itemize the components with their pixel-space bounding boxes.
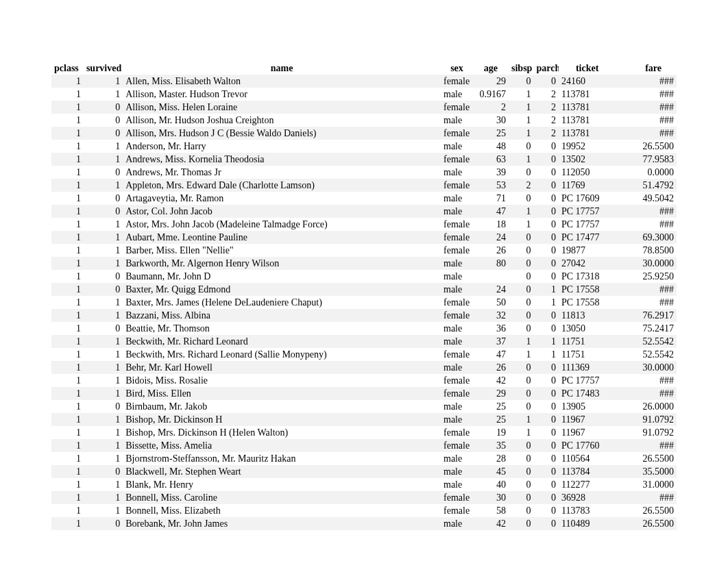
cell-sibsp: 0 — [509, 231, 533, 244]
cell-pclass: 1 — [51, 88, 84, 101]
cell-parch: 0 — [533, 413, 558, 426]
cell-sex: female — [441, 179, 473, 192]
cell-ticket: PC 17318 — [559, 270, 616, 283]
cell-sibsp: 0 — [509, 322, 533, 335]
cell-fare: 75.2417 — [630, 322, 677, 335]
cell-age: 71 — [473, 192, 509, 205]
cell-pclass: 1 — [51, 322, 84, 335]
cell-pclass: 1 — [51, 114, 84, 127]
cell-age: 25 — [473, 127, 509, 140]
cell-name: Anderson, Mr. Harry — [123, 140, 441, 153]
cell-age: 63 — [473, 153, 509, 166]
cell-age: 18 — [473, 218, 509, 231]
cell-name: Andrews, Miss. Kornelia Theodosia — [123, 153, 441, 166]
cell-sibsp: 1 — [509, 205, 533, 218]
cell-age: 32 — [473, 309, 509, 322]
cell-name: Blank, Mr. Henry — [123, 478, 441, 491]
cell-pclass: 1 — [51, 465, 84, 478]
cell-age: 29 — [473, 387, 509, 400]
cell-pclass: 1 — [51, 166, 84, 179]
cell-sex: female — [441, 244, 473, 257]
cell-name: Appleton, Mrs. Edward Dale (Charlotte La… — [123, 179, 441, 192]
cell-ticket: PC 17757 — [559, 205, 616, 218]
cell-fare: ### — [630, 374, 677, 387]
cell-ticket: 110489 — [559, 517, 616, 530]
cell-name: Aubart, Mme. Leontine Pauline — [123, 231, 441, 244]
cell-fare: ### — [630, 439, 677, 452]
cell-sex: female — [441, 127, 473, 140]
table-row: 11Beckwith, Mrs. Richard Leonard (Sallie… — [51, 348, 677, 361]
cell-ticket: 112277 — [559, 478, 616, 491]
cell-sibsp: 0 — [509, 374, 533, 387]
cell-pclass: 1 — [51, 270, 84, 283]
table-row: 11Bazzani, Miss. Albinafemale32001181376… — [51, 309, 677, 322]
cell-fare: 25.9250 — [630, 270, 677, 283]
cell-sex: male — [441, 114, 473, 127]
cell-parch: 2 — [533, 127, 558, 140]
cell-parch: 0 — [533, 426, 558, 439]
cell-parch: 0 — [533, 270, 558, 283]
cell-survived: 0 — [84, 127, 123, 140]
cell-sex: female — [441, 153, 473, 166]
cell-fare: 26.0000 — [630, 400, 677, 413]
table-row: 11Anderson, Mr. Harrymale48001995226.550… — [51, 140, 677, 153]
cell-ticket: PC 17483 — [559, 387, 616, 400]
cell-age — [473, 270, 509, 283]
cell-sibsp: 0 — [509, 192, 533, 205]
cell-pclass: 1 — [51, 517, 84, 530]
cell-age: 35 — [473, 439, 509, 452]
cell-age: 25 — [473, 400, 509, 413]
cell-sex: male — [441, 205, 473, 218]
cell-parch: 0 — [533, 400, 558, 413]
table-row: 11Behr, Mr. Karl Howellmale260011136930.… — [51, 361, 677, 374]
cell-survived: 0 — [84, 205, 123, 218]
cell-pclass: 1 — [51, 452, 84, 465]
cell-fare: ### — [630, 114, 677, 127]
cell-survived: 1 — [84, 361, 123, 374]
cell-fare: 78.8500 — [630, 244, 677, 257]
cell-age: 28 — [473, 452, 509, 465]
cell-survived: 1 — [84, 413, 123, 426]
cell-age: 42 — [473, 517, 509, 530]
cell-sex: female — [441, 231, 473, 244]
cell-pclass: 1 — [51, 374, 84, 387]
cell-pclass: 1 — [51, 439, 84, 452]
cell-parch: 0 — [533, 465, 558, 478]
cell-name: Borebank, Mr. John James — [123, 517, 441, 530]
cell-ticket: 112050 — [559, 166, 616, 179]
cell-ticket: PC 17760 — [559, 439, 616, 452]
cell-name: Barber, Miss. Ellen "Nellie" — [123, 244, 441, 257]
cell-age: 36 — [473, 322, 509, 335]
cell-survived: 0 — [84, 322, 123, 335]
cell-ticket: 11967 — [559, 413, 616, 426]
cell-survived: 1 — [84, 75, 123, 88]
cell-sibsp: 1 — [509, 348, 533, 361]
table-row: 10Allison, Mrs. Hudson J C (Bessie Waldo… — [51, 127, 677, 140]
cell-survived: 1 — [84, 296, 123, 309]
cell-age: 29 — [473, 75, 509, 88]
cell-name: Bonnell, Miss. Elizabeth — [123, 504, 441, 517]
cell-ticket: 113781 — [559, 88, 616, 101]
cell-survived: 1 — [84, 439, 123, 452]
cell-pclass: 1 — [51, 101, 84, 114]
cell-pclass: 1 — [51, 231, 84, 244]
cell-ticket: PC 17757 — [559, 374, 616, 387]
cell-name: Allison, Mrs. Hudson J C (Bessie Waldo D… — [123, 127, 441, 140]
col-header-sex: sex — [441, 62, 473, 75]
cell-ticket: 13502 — [559, 153, 616, 166]
cell-parch: 0 — [533, 387, 558, 400]
cell-sibsp: 1 — [509, 101, 533, 114]
cell-fare: 0.0000 — [630, 166, 677, 179]
cell-pclass: 1 — [51, 283, 84, 296]
cell-ticket: 27042 — [559, 257, 616, 270]
cell-sex: male — [441, 478, 473, 491]
cell-fare: 30.0000 — [630, 257, 677, 270]
cell-sibsp: 1 — [509, 413, 533, 426]
table-row: 10Allison, Mr. Hudson Joshua Creightonma… — [51, 114, 677, 127]
cell-sex: male — [441, 452, 473, 465]
cell-survived: 1 — [84, 426, 123, 439]
table-row: 10Andrews, Mr. Thomas Jrmale39001120500.… — [51, 166, 677, 179]
cell-survived: 0 — [84, 166, 123, 179]
table-row: 10Baumann, Mr. John Dmale00PC 1731825.92… — [51, 270, 677, 283]
table-row: 10Blackwell, Mr. Stephen Weartmale450011… — [51, 465, 677, 478]
